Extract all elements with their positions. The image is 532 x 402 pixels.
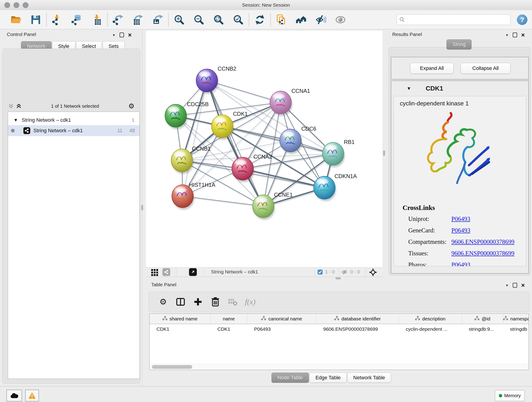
import-database-icon[interactable] <box>71 14 82 25</box>
scrollbar-thumb[interactable] <box>152 365 192 369</box>
open-session-icon[interactable] <box>11 14 22 25</box>
column-header-canonical-name[interactable]: canonical name <box>247 314 317 324</box>
table-row[interactable]: CDK1CDK1P064939606.ENSP00000378699cyclin… <box>150 324 529 334</box>
network-node-CCNA1[interactable] <box>270 91 292 116</box>
results-panel-collapse-icon[interactable]: ▼ <box>505 33 509 37</box>
crosslink-link[interactable]: 9606.ENSP00000378699 <box>451 250 514 257</box>
selected-checkbox-icon[interactable] <box>317 269 323 276</box>
control-panel-close-icon[interactable]: × <box>128 33 132 37</box>
collapse-all-networks-icon[interactable] <box>8 103 14 109</box>
crosslink-link[interactable]: P06493 <box>451 227 470 234</box>
zoom-selected-icon[interactable] <box>233 14 244 25</box>
clone-documents-icon[interactable] <box>276 14 287 25</box>
table-cell[interactable]: CDK1 <box>210 324 247 334</box>
network-row[interactable]: String Network – cdk1 11 48 <box>8 125 139 136</box>
toolbar-group <box>113 14 163 25</box>
column-header-shared-name[interactable]: shared name <box>150 314 210 324</box>
export-table-icon[interactable] <box>133 14 143 25</box>
table-panel-float-icon[interactable] <box>513 283 517 288</box>
column-header-description[interactable]: description <box>399 314 462 324</box>
table-panel-collapse-icon[interactable]: ▼ <box>505 283 509 287</box>
right-splitter-handle[interactable] <box>383 150 385 156</box>
column-header-database-identifier[interactable]: database identifier <box>317 314 399 324</box>
results-panel-float-icon[interactable] <box>513 32 517 37</box>
tab-edge-table[interactable]: Edge Table <box>310 373 347 383</box>
results-panel-close-icon[interactable]: × <box>521 33 525 37</box>
memory-status-dot <box>499 394 502 397</box>
search-box[interactable] <box>397 14 510 25</box>
import-table-icon[interactable] <box>91 14 102 25</box>
expand-all-networks-icon[interactable] <box>16 103 22 109</box>
cdk1-expander-icon[interactable]: ▼ <box>408 86 410 90</box>
tab-string-results[interactable]: String <box>447 39 472 50</box>
cloud-button[interactable] <box>6 390 22 402</box>
table-cell[interactable]: stringdb:9... <box>462 324 503 334</box>
zoom-out-icon[interactable] <box>193 14 204 25</box>
left-splitter-handle[interactable] <box>141 205 143 211</box>
grid-view-icon[interactable] <box>151 268 158 277</box>
network-node-CDC6[interactable] <box>280 129 302 154</box>
show-all-icon[interactable] <box>335 14 346 25</box>
crosslink-link[interactable]: P06493 <box>451 216 470 223</box>
collection-expander-icon[interactable]: ▼ <box>14 118 17 122</box>
table-gear-icon[interactable]: ⚙ <box>158 297 168 307</box>
network-node-CCNA2[interactable] <box>232 157 254 182</box>
network-view-canvas[interactable]: CCNB2CCNA1CDC25BCDK1CDC6RB1CCNB1CCNA2CDK… <box>146 31 383 267</box>
zoom-fit-icon[interactable] <box>213 14 224 25</box>
control-panel-collapse-icon[interactable]: ▼ <box>112 33 115 37</box>
tab-node-table[interactable]: Node Table <box>272 373 309 383</box>
table-cell[interactable]: 9606.ENSP00000378699 <box>317 324 399 334</box>
search-input[interactable] <box>405 15 510 25</box>
network-node-CDK1[interactable] <box>211 115 234 140</box>
toolbar-group <box>254 14 265 25</box>
crosslink-link[interactable]: P06493 <box>451 261 470 267</box>
network-collection-row[interactable]: ▼ String Network – cdk1 1 <box>8 115 139 126</box>
warning-button[interactable] <box>25 390 39 402</box>
node-table[interactable]: shared namenamecanonical namedatabase id… <box>149 313 529 370</box>
import-network-icon[interactable] <box>52 14 63 25</box>
table-columns-icon[interactable] <box>175 297 186 307</box>
network-node-CCNE1[interactable] <box>253 195 275 220</box>
table-cell[interactable]: stringdb <box>503 324 529 334</box>
hidden-count: 0 - 0 <box>350 269 360 274</box>
hidden-eye-icon[interactable] <box>341 269 348 276</box>
network-node-CCNB2[interactable] <box>196 69 219 94</box>
export-image-icon[interactable] <box>152 14 163 25</box>
control-panel-float-icon[interactable] <box>120 32 124 37</box>
column-header-namespace[interactable]: namespace <box>503 314 529 324</box>
hide-unselected-icon[interactable] <box>315 14 326 25</box>
fit-content-crosshair-icon[interactable] <box>369 268 377 277</box>
column-header-@id[interactable]: @id <box>462 314 503 324</box>
string-homes-icon[interactable] <box>296 14 307 25</box>
table-delete-icon[interactable] <box>210 297 221 307</box>
table-cell[interactable]: cyclin-dependent ... <box>399 324 462 334</box>
memory-button[interactable]: Memory <box>495 390 525 401</box>
zoom-in-icon[interactable] <box>174 14 185 25</box>
network-node-RB1[interactable] <box>322 142 345 167</box>
table-panel-title: Table Panel <box>151 282 177 287</box>
table-horizontal-scrollbar[interactable] <box>150 364 529 370</box>
help-button[interactable]: ? <box>517 14 527 25</box>
crosslink-row: Tissues:9606.ENSP00000378699 <box>408 248 523 259</box>
column-header-name[interactable]: name <box>210 314 247 324</box>
network-current-dot <box>11 129 15 133</box>
export-network-icon[interactable] <box>113 14 124 25</box>
table-cell[interactable]: CDK1 <box>150 324 210 334</box>
birdseye-view-icon[interactable] <box>162 268 170 276</box>
column-label: namespace <box>510 316 529 322</box>
expand-all-button[interactable]: Expand All <box>410 63 454 74</box>
network-node-CDKN1A[interactable] <box>314 176 336 201</box>
table-add-icon[interactable] <box>193 297 203 307</box>
crosslinks-list: Uniprot:P06493GeneCard:P06493Compartment… <box>408 213 523 266</box>
crosslink-link[interactable]: 9606.ENSP00000378699 <box>451 238 514 245</box>
table-panel-close-icon[interactable]: × <box>521 283 525 288</box>
table-cell[interactable]: P06493 <box>247 324 317 334</box>
refresh-layout-icon[interactable] <box>254 14 265 25</box>
horizontal-splitter-handle[interactable] <box>336 277 341 279</box>
tab-network-table[interactable]: Network Table <box>347 373 391 383</box>
network-column-icon <box>162 316 167 322</box>
collapse-all-button[interactable]: Collapse All <box>461 63 510 74</box>
save-session-icon[interactable] <box>30 14 41 25</box>
network-options-gear-icon[interactable]: ⚙ <box>128 103 134 109</box>
open-view-in-window-icon[interactable] <box>189 268 197 276</box>
